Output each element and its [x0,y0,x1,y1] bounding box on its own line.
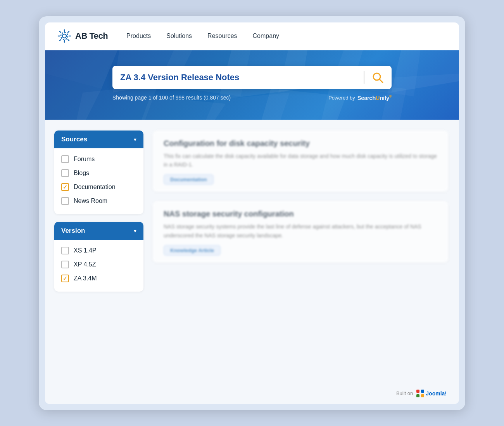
svg-line-17 [380,79,383,82]
result-card-1: Configuration for disk capacity security… [153,131,448,192]
forums-label: Forums [74,156,95,163]
svg-point-1 [61,33,68,40]
searchunify-logo: SearchUnify® [357,94,392,101]
newsroom-label: News Room [74,198,107,204]
version-filter-items: XS 1.4P XP 4.5Z ZA 3.4M [54,240,143,292]
search-button[interactable] [370,70,385,85]
version-filter-card: Version ▾ XS 1.4P XP 4.5Z [54,222,143,292]
sources-filter-title: Sources [61,136,87,143]
xs14p-label: XS 1.4P [74,247,97,254]
su-logo-accent: U [376,94,380,101]
result-1-body: This fix can calculate the disk capacity… [164,152,437,169]
result-1-tag[interactable]: Documentation [164,174,214,185]
brand-logo[interactable]: AB Tech [57,29,108,43]
blogs-checkbox[interactable] [61,169,69,177]
hero-section: Showing page 1 of 100 of 998 results (0.… [45,50,459,120]
search-box [112,66,392,89]
newsroom-checkbox[interactable] [61,197,69,205]
search-divider [364,71,364,84]
filter-item-xp45z[interactable]: XP 4.5Z [61,258,136,271]
gear-icon [57,29,71,43]
search-icon [371,71,384,84]
filter-item-blogs[interactable]: Blogs [61,166,136,180]
filter-item-za34m[interactable]: ZA 3.4M [61,271,136,285]
nav-item-products[interactable]: Products [126,33,151,40]
main-content: Sources ▾ Forums Blogs [45,120,459,383]
powered-by: Powered by SearchUnify® [328,94,392,101]
documentation-label: Documentation [74,184,116,191]
blogs-label: Blogs [74,170,89,177]
nav-item-company[interactable]: Company [253,33,279,40]
built-on: Built on Joomla! [396,389,447,398]
browser-inner: AB Tech Products Solutions Resources Com… [45,22,459,404]
nav-item-solutions[interactable]: Solutions [166,33,192,40]
sources-filter-card: Sources ▾ Forums Blogs [54,131,143,214]
search-results-info: Showing page 1 of 100 of 998 results (0.… [112,94,231,101]
filter-item-forums[interactable]: Forums [61,152,136,166]
svg-rect-19 [421,390,424,393]
browser-frame: AB Tech Products Solutions Resources Com… [39,16,465,410]
za34m-checkbox[interactable] [61,275,69,282]
sources-filter-items: Forums Blogs Documentation News [54,148,143,214]
result-2-title: NAS storage security configuration [164,210,437,218]
result-2-body: NAS storage security systems provide the… [164,222,437,240]
built-on-label: Built on [396,390,413,396]
results-area: Configuration for disk capacity security… [153,131,448,372]
svg-point-0 [62,34,66,38]
search-meta: Showing page 1 of 100 of 998 results (0.… [112,94,392,101]
sources-chevron-icon: ▾ [134,136,136,143]
sources-filter-header[interactable]: Sources ▾ [54,131,143,148]
result-card-2: NAS storage security configuration NAS s… [153,201,448,263]
version-chevron-icon: ▾ [134,228,136,234]
version-filter-title: Version [61,227,85,235]
filter-item-documentation[interactable]: Documentation [61,180,136,194]
result-2-tag[interactable]: Knowledge Article [164,245,221,256]
svg-rect-20 [416,394,419,397]
joomla-label: Joomla! [426,390,447,397]
navbar: AB Tech Products Solutions Resources Com… [45,22,459,50]
version-filter-header[interactable]: Version ▾ [54,222,143,240]
brand-name: AB Tech [75,31,108,41]
xs14p-checkbox[interactable] [61,247,69,254]
joomla-logo: Joomla! [416,389,447,398]
nav-item-resources[interactable]: Resources [207,33,237,40]
search-wrapper: Showing page 1 of 100 of 998 results (0.… [57,66,447,101]
navbar-nav: Products Solutions Resources Company [126,33,279,40]
result-1-title: Configuration for disk capacity security [164,139,437,148]
search-input[interactable] [120,72,358,82]
footer: Built on Joomla! [45,383,459,404]
za34m-label: ZA 3.4M [74,275,97,282]
svg-rect-21 [421,394,424,397]
joomla-icon [416,389,425,398]
powered-by-label: Powered by [328,95,355,101]
sidebar: Sources ▾ Forums Blogs [54,131,143,372]
documentation-checkbox[interactable] [61,183,69,191]
xp45z-checkbox[interactable] [61,261,69,268]
filter-item-newsroom[interactable]: News Room [61,194,136,208]
filter-item-xs14p[interactable]: XS 1.4P [61,244,136,258]
forums-checkbox[interactable] [61,155,69,163]
svg-rect-18 [416,390,419,393]
xp45z-label: XP 4.5Z [74,261,96,268]
